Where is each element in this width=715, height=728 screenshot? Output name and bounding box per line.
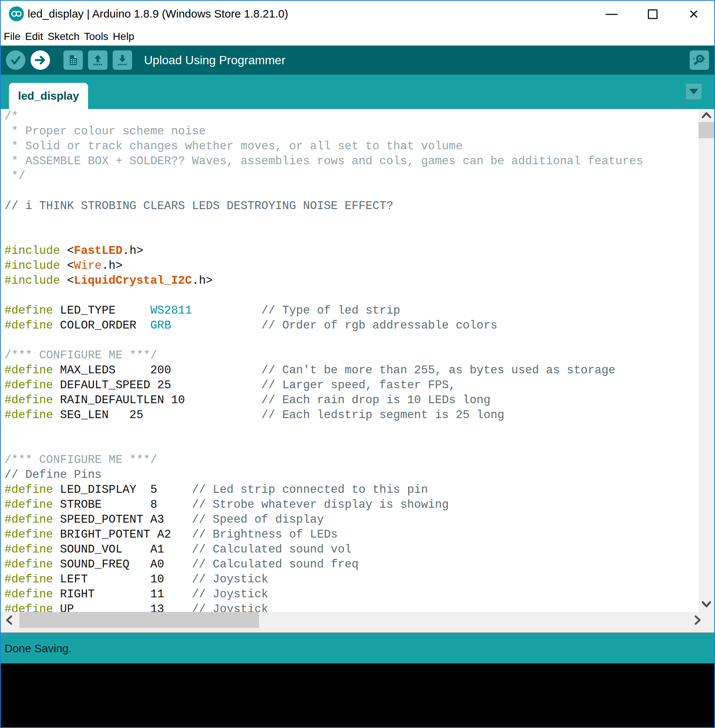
scroll-down-icon[interactable]: [700, 599, 712, 609]
code-line: #define RIGHT 11 // Joystick: [5, 587, 698, 602]
serial-monitor-button[interactable]: [689, 50, 709, 70]
open-sketch-button[interactable]: [88, 50, 107, 70]
menu-item-file[interactable]: File: [4, 30, 21, 42]
tab-list-dropdown-button[interactable]: [686, 84, 701, 99]
right-arrow-icon: [34, 54, 47, 66]
code-line: #include <Wire.h>: [5, 258, 698, 273]
tab-label: led_display: [18, 90, 79, 102]
code-line: [5, 333, 698, 348]
horizontal-scrollbar-thumb[interactable]: [20, 612, 259, 628]
scroll-up-icon[interactable]: [700, 110, 712, 120]
scroll-right-icon[interactable]: [692, 614, 702, 626]
menu-item-edit[interactable]: Edit: [25, 30, 43, 42]
tab-bar: led_display: [1, 75, 714, 109]
code-line: #define BRIGHT_POTENT A2 // Brightness o…: [5, 527, 698, 542]
code-line: [5, 423, 698, 438]
code-line: #define COLOR_ORDER GRB // Order of rgb …: [5, 318, 698, 333]
vertical-scrollbar[interactable]: [698, 109, 714, 612]
code-line: #define LED_TYPE WS2811 // Type of led s…: [5, 303, 698, 318]
code-line: #include <LiquidCrystal_I2C.h>: [5, 273, 698, 288]
code-line: [5, 288, 698, 303]
code-line: * Solid or track changes whether moves, …: [5, 139, 698, 154]
title-bar: led_display | Arduino 1.8.9 (Windows Sto…: [1, 1, 714, 28]
minimize-button[interactable]: [591, 1, 632, 28]
code-line: [5, 438, 698, 453]
minimize-icon: [606, 14, 618, 15]
code-line: // Define Pins: [5, 467, 698, 482]
code-line: [5, 228, 698, 243]
close-button[interactable]: ✕: [673, 1, 714, 28]
menu-item-tools[interactable]: Tools: [84, 30, 108, 42]
arduino-logo-icon: [9, 6, 24, 21]
code-line: #define RAIN_DEFAULTLEN 10 // Each rain …: [5, 393, 698, 408]
code-line: #define SEG_LEN 25 // Each ledstrip segm…: [5, 408, 698, 423]
down-arrow-icon: [116, 54, 129, 66]
save-sketch-button[interactable]: [113, 50, 132, 70]
status-bar: Done Saving.: [1, 633, 714, 663]
upload-button[interactable]: [30, 50, 50, 70]
code-line: // i THINK STROBING CLEARS LEDS DESTROYI…: [5, 199, 698, 213]
code-line: #define DEFAULT_SPEED 25 // Larger speed…: [5, 378, 698, 393]
up-arrow-icon: [91, 54, 104, 66]
menu-item-help[interactable]: Help: [113, 30, 134, 42]
magnifier-icon: [692, 53, 706, 67]
code-editor[interactable]: /* * Proper colour scheme noise * Solid …: [5, 109, 698, 612]
code-line: /*: [5, 109, 698, 124]
code-line: #define MAX_LEDS 200 // Can't be more th…: [5, 363, 698, 378]
code-line: * ASSEMBLE BOX + SOLDER?? Waves, assembl…: [5, 154, 698, 169]
window-title: led_display | Arduino 1.8.9 (Windows Sto…: [28, 8, 288, 20]
code-line: [5, 184, 698, 199]
status-message: Done Saving.: [5, 642, 72, 655]
vertical-scrollbar-thumb[interactable]: [698, 122, 714, 138]
tab-led-display[interactable]: led_display: [9, 83, 88, 109]
maximize-icon: [648, 9, 658, 19]
code-line: [5, 213, 698, 228]
menu-bar: FileEditSketchToolsHelp: [1, 28, 714, 45]
arduino-ide-window: led_display | Arduino 1.8.9 (Windows Sto…: [0, 0, 715, 728]
code-line: /*** CONFIGURE ME ***/: [5, 453, 698, 467]
code-line: #define SPEED_POTENT A3 // Speed of disp…: [5, 512, 698, 527]
code-line: */: [5, 169, 698, 184]
close-icon: ✕: [688, 8, 699, 21]
code-line: #define LEFT 10 // Joystick: [5, 572, 698, 587]
toolbar-status-text: Upload Using Programmer: [144, 53, 285, 67]
chevron-down-icon: [689, 89, 698, 94]
statusbar-divider: [1, 628, 714, 633]
horizontal-scrollbar[interactable]: [1, 612, 714, 628]
check-icon: [9, 54, 22, 66]
code-line: /*** CONFIGURE ME ***/: [5, 348, 698, 363]
menu-item-sketch[interactable]: Sketch: [47, 30, 80, 42]
toolbar: Upload Using Programmer: [1, 45, 714, 75]
code-line: #include <FastLED.h>: [5, 243, 698, 258]
scroll-left-icon[interactable]: [5, 614, 14, 626]
code-line: #define STROBE 8 // Strobe whatever disp…: [5, 497, 698, 512]
console-output[interactable]: [1, 663, 714, 727]
code-line: #define LED_DISPLAY 5 // Led strip conne…: [5, 482, 698, 497]
editor-area[interactable]: /* * Proper colour scheme noise * Solid …: [1, 109, 714, 612]
code-line: #define SOUND_VOL A1 // Calculated sound…: [5, 542, 698, 557]
verify-button[interactable]: [6, 50, 26, 70]
maximize-button[interactable]: [632, 1, 673, 28]
code-line: #define SOUND_FREQ A0 // Calculated soun…: [5, 557, 698, 572]
code-line: #define UP 13 // Joystick: [5, 602, 698, 612]
window-controls: ✕: [591, 1, 714, 28]
new-sketch-button[interactable]: [63, 50, 83, 70]
document-icon: [67, 54, 80, 66]
code-line: * Proper colour scheme noise: [5, 124, 698, 139]
